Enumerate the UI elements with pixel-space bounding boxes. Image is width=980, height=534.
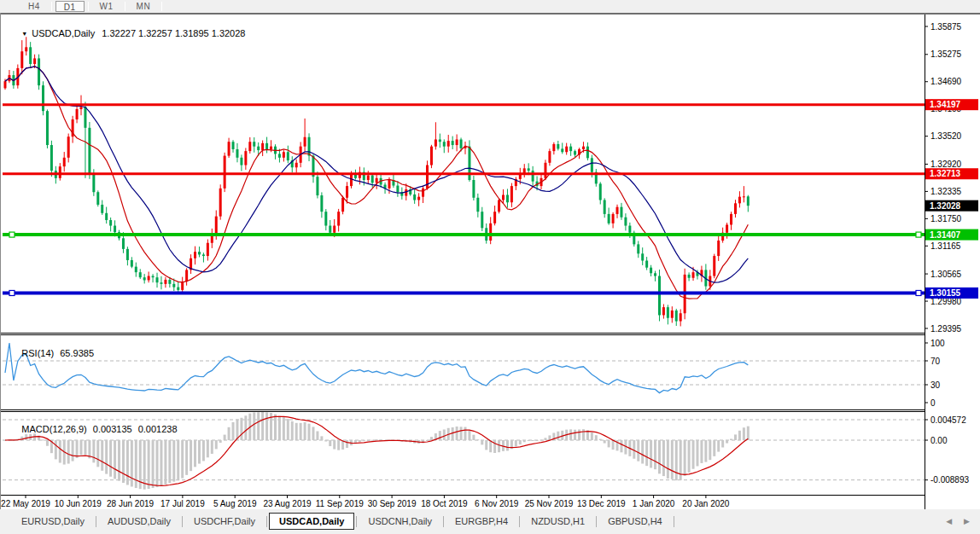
svg-text:1.34197: 1.34197 [930,100,961,109]
price-tick-label: 1.34690 [930,77,962,86]
macd-scale-label: 0.00 [930,436,948,445]
toolbar-separator [161,2,162,11]
macd-signal-value: 0.001238 [138,424,178,434]
timeframe-button-w1[interactable]: W1 [92,1,121,12]
date-tick-label: 25 Nov 2019 [525,499,574,508]
timeframe-button-d1[interactable]: D1 [55,1,85,12]
line-handle [916,290,921,295]
date-tick-label: 1 Jan 2020 [633,499,675,508]
hline-price-label: 1.30155 [925,287,978,299]
date-tick-label: 11 Sep 2019 [316,499,364,508]
timeframe-toolbar: H4D1W1MN [0,0,980,13]
tabbar-nav-arrows: ◀▶ [946,517,970,525]
date-tick-label: 20 Jan 2020 [682,499,729,508]
chart-symbol-title: USDCAD,Daily [32,28,95,38]
toolbar-separator [88,2,89,11]
mt4-window: H4D1W1MN 1.358751.352751.346901.341051.3… [0,0,980,534]
price-tick-label: 1.32920 [930,160,962,169]
price-tick-label: 1.32335 [930,187,962,196]
date-tick-label: 23 Aug 2019 [263,499,312,508]
line-handle [9,232,15,237]
symbol-tab-eurusd[interactable]: EURUSD,Daily [12,514,94,529]
rsi-name: RSI(14) [21,348,54,358]
symbol-tab-usdcnh[interactable]: USDCNH,Daily [359,514,441,529]
current-price-label: 1.32028 [925,200,978,212]
tab-separator [182,516,183,527]
rsi-scale-label: 30 [930,380,941,390]
line-handle [916,232,921,237]
price-tick-label: 1.29395 [930,324,962,334]
tab-separator [596,516,597,527]
rsi-scale-label: 0 [930,398,936,408]
symbol-tab-eurgbp[interactable]: EURGBP,H4 [446,514,517,529]
date-tick-label: 10 Jun 2019 [55,499,102,508]
date-tick-label: 28 Jun 2019 [107,499,154,508]
symbol-tabs: EURUSD,DailyAUDUSD,DailyUSDCHF,DailyUSDC… [12,513,676,530]
date-tick-label: 30 Sep 2019 [368,499,417,508]
svg-text:1.32028: 1.32028 [930,201,961,211]
date-tick-label: 17 Jul 2019 [160,499,205,508]
svg-text:1.31407: 1.31407 [930,230,961,240]
price-tick-label: 1.31750 [930,214,962,223]
chart-title-bar: ▼USDCAD,Daily1.32227 1.32257 1.31895 1.3… [6,18,245,49]
tab-separator [443,516,444,527]
ohlc-readout: 1.32227 1.32257 1.31895 1.32028 [102,28,245,38]
macd-scale-label: -0.008893 [930,475,969,485]
rsi-value: 65.9385 [60,348,94,358]
chart-window: 1.358751.352751.346901.341051.335201.329… [0,13,980,509]
tab-separator [266,516,267,527]
date-tick-label: 18 Oct 2019 [421,499,468,508]
symbol-tabbar: EURUSD,DailyAUDUSD,DailyUSDCHF,DailyUSDC… [0,509,980,533]
price-tick-label: 1.30565 [930,270,962,279]
price-tick-label: 1.35875 [930,22,962,32]
line-handle [9,290,15,295]
date-tick-label: 6 Nov 2019 [475,499,519,508]
svg-text:1.32713: 1.32713 [930,169,961,178]
rsi-indicator-label: RSI(14)65.9385 [6,338,94,369]
toolbar-separator [125,2,125,11]
price-tick-label: 1.35275 [930,49,962,59]
rsi-scale-label: 70 [930,357,941,366]
tab-separator [519,516,520,527]
symbol-tab-usdchf[interactable]: USDCHF,Daily [184,514,265,529]
hline-price-label: 1.34197 [925,99,978,110]
hline-price-label: 1.32713 [925,168,978,179]
date-tick-label: 22 May 2019 [1,499,50,508]
macd-indicator-label: MACD(12,26,9)0.0031350.001238 [6,414,178,444]
macd-name: MACD(12,26,9) [21,424,86,434]
date-tick-label: 13 Dec 2019 [577,499,626,508]
chart-dropdown-icon[interactable]: ▼ [21,31,27,37]
toolbar-separator [51,2,52,11]
symbol-tab-audusd[interactable]: AUDUSD,Daily [98,514,180,529]
rsi-scale-label: 100 [930,339,945,348]
tab-scroll-left-icon[interactable]: ◀ [946,517,952,525]
tab-separator [674,516,674,527]
price-tick-label: 1.31165 [930,241,961,251]
price-tick-label: 1.33520 [930,131,962,141]
macd-scale-label: 0.004572 [930,415,966,425]
date-tick-label: 5 Aug 2019 [213,499,257,508]
symbol-tab-nzdusd[interactable]: NZDUSD,H1 [522,514,594,529]
timeframe-button-h4[interactable]: H4 [20,1,48,12]
tab-scroll-right-icon[interactable]: ▶ [964,517,970,525]
macd-main-value: 0.003135 [93,424,132,434]
tab-separator [356,516,357,527]
timeframe-button-mn[interactable]: MN [129,1,159,12]
tab-separator [96,516,96,527]
symbol-tab-usdcad[interactable]: USDCAD,Daily [269,513,354,530]
svg-text:1.30155: 1.30155 [930,288,961,298]
hline-price-label: 1.31407 [925,229,978,241]
symbol-tab-gbpusd[interactable]: GBPUSD,H4 [598,514,672,529]
